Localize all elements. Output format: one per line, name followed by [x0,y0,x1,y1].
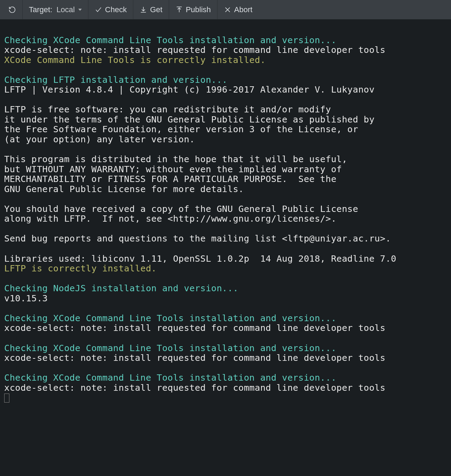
terminal-line [4,144,447,154]
terminal-line [4,244,447,254]
abort-label: Abort [234,5,253,14]
terminal-line: v10.15.3 [4,293,447,303]
terminal-line: (at your option) any later version. [4,134,447,144]
terminal-line: but WITHOUT ANY WARRANTY; without even t… [4,164,447,174]
terminal-line: xcode-select: note: install requested fo… [4,353,447,363]
terminal-line [4,333,447,343]
terminal-line: Libraries used: libiconv 1.11, OpenSSL 1… [4,254,447,264]
terminal-line [4,95,447,105]
get-button[interactable]: Get [133,0,169,19]
terminal-output[interactable]: Checking XCode Command Line Tools instal… [0,19,451,408]
terminal-line: You should have received a copy of the G… [4,204,447,214]
terminal-line [4,224,447,234]
terminal-line: LFTP is correctly installed. [4,263,447,273]
check-icon [95,6,102,14]
check-label: Check [105,5,127,14]
toolbar: Target: Local Check Get Publish Abort [0,0,451,19]
refresh-button[interactable] [6,0,23,19]
publish-button[interactable]: Publish [169,0,217,19]
terminal-line: xcode-select: note: install requested fo… [4,383,447,393]
terminal-line: along with LFTP. If not, see <http://www… [4,214,447,224]
terminal-line: Checking LFTP installation and version..… [4,75,447,85]
terminal-line [4,194,447,204]
terminal-line: Send bug reports and questions to the ma… [4,233,447,244]
terminal-line [4,363,447,373]
cursor-icon [4,394,9,403]
terminal-line: GNU General Public License for more deta… [4,184,447,194]
publish-label: Publish [186,5,211,14]
terminal-line: Checking XCode Command Line Tools instal… [4,373,447,383]
check-button[interactable]: Check [88,0,133,19]
terminal-line: This program is distributed in the hope … [4,154,447,164]
close-icon [224,6,231,14]
terminal-line [4,273,447,284]
terminal-line [4,65,447,75]
upload-icon [175,6,183,14]
chevron-down-icon [78,9,82,11]
terminal-line: it under the terms of the GNU General Pu… [4,114,447,125]
target-dropdown[interactable]: Target: Local [23,0,88,19]
terminal-line [4,303,447,313]
terminal-line: xcode-select: note: install requested fo… [4,45,447,55]
terminal-line: MERCHANTABILITY or FITNESS FOR A PARTICU… [4,174,447,184]
terminal-line: Checking XCode Command Line Tools instal… [4,313,447,323]
download-icon [140,6,147,14]
target-label: Target: [29,5,52,14]
terminal-line: XCode Command Line Tools is correctly in… [4,55,447,65]
terminal-line: Checking XCode Command Line Tools instal… [4,343,447,353]
target-value: Local [56,5,75,14]
terminal-line: Checking XCode Command Line Tools instal… [4,35,447,45]
terminal-line: LFTP is free software: you can redistrib… [4,104,447,114]
terminal-line: LFTP | Version 4.8.4 | Copyright (c) 199… [4,85,447,95]
terminal-line: the Free Software Foundation, either ver… [4,124,447,134]
terminal-cursor-line [4,392,447,403]
abort-button[interactable]: Abort [217,0,259,19]
refresh-icon [8,6,16,14]
terminal-line [4,25,447,35]
terminal-line: Checking NodeJS installation and version… [4,283,447,293]
terminal-line: xcode-select: note: install requested fo… [4,323,447,333]
get-label: Get [150,5,162,14]
